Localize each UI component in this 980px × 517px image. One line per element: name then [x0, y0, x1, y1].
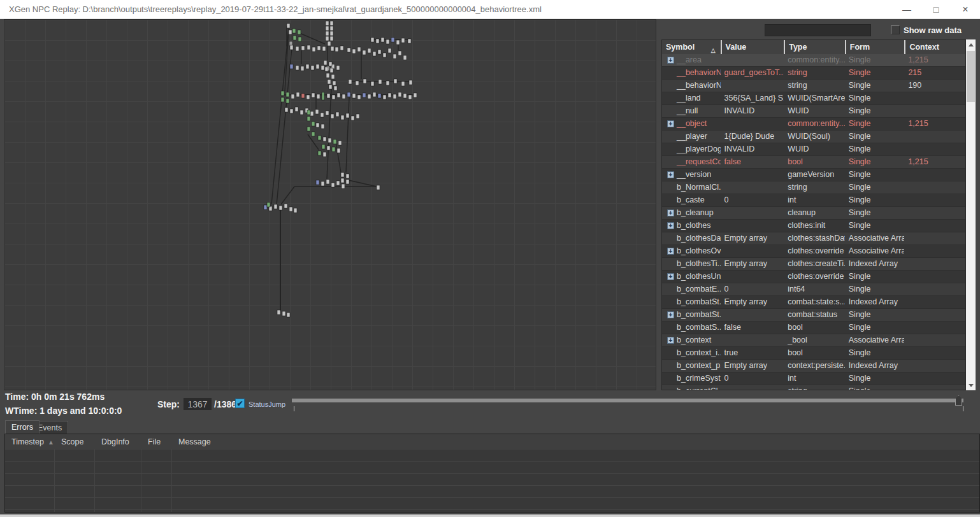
- window-title: XGen NPC Replay: D:\branch\outputs\treer…: [9, 4, 542, 14]
- column-header-file[interactable]: File: [141, 437, 172, 446]
- table-cell: [721, 271, 784, 283]
- table-row[interactable]: +__objectcommon:entity...Single1,215: [662, 118, 965, 131]
- table-row[interactable]: +__requestCo...falseboolSingle1,215: [662, 156, 965, 169]
- table-cell: _bool: [784, 334, 845, 346]
- table-row[interactable]: +b_clothesTi...Empty arrayclothes:create…: [662, 258, 965, 271]
- table-cell: cleanup: [784, 207, 845, 219]
- table-cell: [721, 80, 784, 92]
- table-cell: 1,215: [904, 54, 965, 66]
- table-cell: Empty array: [721, 360, 784, 372]
- tab-errors[interactable]: Errors: [5, 420, 40, 434]
- expander-icon[interactable]: +: [667, 273, 674, 280]
- column-header-dbginfo[interactable]: DbgInfo: [95, 437, 141, 446]
- table-row[interactable]: +b_clothesclothes:initSingle: [662, 220, 965, 232]
- table-row[interactable]: +__land356{SA_Land} S...WUID(SmartAre...…: [662, 92, 965, 105]
- statusjump-checkbox[interactable]: ✔: [235, 399, 245, 408]
- column-header-scope[interactable]: Scope: [55, 437, 95, 446]
- table-cell: Single: [845, 92, 905, 104]
- table-row[interactable]: +b_currentCl...stringSingle: [662, 385, 965, 390]
- step-total: /1386: [214, 399, 236, 409]
- table-cell: Associative Array: [845, 334, 905, 346]
- table-cell: [904, 169, 965, 181]
- table-cell: [721, 54, 784, 66]
- timeline-slider-handle[interactable]: [955, 395, 962, 406]
- table-row[interactable]: +b_clothesUn...clothes:overrideSingle: [662, 271, 965, 283]
- table-row[interactable]: +b_context_p...Empty arraycontext:persis…: [662, 360, 965, 372]
- table-cell: [904, 385, 965, 390]
- close-button[interactable]: ×: [951, 0, 980, 19]
- table-cell: +__behaviorN...: [662, 80, 721, 92]
- errors-table-cell: [55, 462, 95, 473]
- table-row[interactable]: +b_combatSt...Empty arraycombat:state:s.…: [662, 296, 965, 309]
- behavior-tree-canvas[interactable]: [4, 19, 656, 390]
- scroll-down-icon[interactable]: [966, 380, 976, 390]
- checkbox-icon[interactable]: [891, 25, 900, 34]
- table-cell: int: [784, 372, 845, 385]
- table-cell: +b_combatSt...: [662, 309, 721, 321]
- table-cell: bool: [784, 347, 845, 359]
- table-row[interactable]: +b_combatE...0int64Single: [662, 283, 965, 296]
- column-header-context[interactable]: Context: [904, 40, 965, 54]
- table-cell: 1{Dude} Dude: [721, 131, 784, 143]
- symbol-table: Symbol △ Value Type Form Context +__area…: [661, 39, 966, 390]
- show-raw-data-toggle[interactable]: Show raw data: [891, 25, 962, 35]
- show-raw-data-label: Show raw data: [904, 25, 962, 35]
- table-row[interactable]: +b_context_i...trueboolSingle: [662, 347, 965, 360]
- table-row[interactable]: +b_caste0intSingle: [662, 194, 965, 207]
- table-cell: gameVersion: [784, 169, 845, 181]
- table-cell: Single: [845, 207, 905, 219]
- expander-icon[interactable]: +: [667, 171, 674, 178]
- expander-icon[interactable]: +: [667, 311, 674, 318]
- scrollbar-thumb[interactable]: [967, 51, 975, 102]
- expander-icon[interactable]: +: [667, 337, 674, 344]
- column-header-form[interactable]: Form: [845, 40, 905, 54]
- scroll-up-icon[interactable]: [966, 39, 976, 50]
- table-row[interactable]: +__areacommon:entity...Single1,215: [662, 54, 965, 67]
- title-bar: XGen NPC Replay: D:\branch\outputs\treer…: [0, 0, 980, 19]
- table-cell: guard_goesToT...: [721, 67, 784, 79]
- table-row[interactable]: +__nullINVALIDWUIDSingle: [662, 105, 965, 118]
- column-header-message[interactable]: Message: [172, 437, 979, 446]
- table-row[interactable]: +__player1{Dude} DudeWUID(Soul)Single: [662, 131, 965, 143]
- vertical-scrollbar[interactable]: [966, 39, 976, 390]
- errors-table-row: [5, 473, 979, 485]
- table-row[interactable]: +b_NormalCl...stringSingle: [662, 181, 965, 194]
- table-cell: Associative Array: [845, 245, 905, 257]
- expander-icon[interactable]: +: [667, 120, 674, 127]
- maximize-button[interactable]: □: [921, 0, 951, 19]
- table-cell: +__null: [662, 105, 721, 117]
- table-row[interactable]: +b_clothesOv...clothes:overrideAssociati…: [662, 245, 965, 258]
- search-input[interactable]: [765, 24, 871, 36]
- column-header-type[interactable]: Type: [784, 40, 845, 54]
- expander-icon[interactable]: +: [667, 248, 674, 255]
- column-header-symbol[interactable]: Symbol △: [662, 40, 721, 54]
- table-cell: +b_clothesData: [662, 232, 721, 244]
- symbol-table-body: +__areacommon:entity...Single1,215+__beh…: [662, 54, 965, 390]
- table-row[interactable]: +__versiongameVersionSingle: [662, 169, 965, 181]
- step-input[interactable]: [184, 398, 212, 410]
- table-cell: string: [784, 67, 845, 79]
- table-row[interactable]: +__behaviorN...guard_goesToT...stringSin…: [662, 67, 965, 80]
- expander-icon[interactable]: +: [667, 222, 674, 229]
- table-row[interactable]: +b_clothesDataEmpty arrayclothes:stashDa…: [662, 232, 965, 245]
- table-cell: Single: [845, 283, 905, 295]
- table-row[interactable]: +b_context_boolAssociative Array: [662, 334, 965, 347]
- errors-table-row: [5, 461, 979, 473]
- table-cell: Single: [845, 372, 905, 385]
- column-header-value[interactable]: Value: [721, 40, 784, 54]
- table-row[interactable]: +__playerDogINVALIDWUIDSingle: [662, 143, 965, 156]
- table-cell: INVALID: [721, 143, 784, 155]
- errors-table-cell: [5, 486, 55, 497]
- minimize-button[interactable]: —: [892, 0, 921, 19]
- column-header-timestep[interactable]: Timestep▲: [5, 437, 55, 446]
- table-row[interactable]: +b_crimeSyst...0intSingle: [662, 372, 965, 385]
- table-row[interactable]: +__behaviorN...stringSingle190: [662, 80, 965, 92]
- log-tabbar: Errors Events: [0, 420, 980, 434]
- expander-icon[interactable]: +: [667, 57, 674, 64]
- timeline-slider-track[interactable]: [292, 399, 963, 402]
- table-row[interactable]: +b_combatSt...combat:statusSingle: [662, 309, 965, 322]
- table-cell: Single: [845, 67, 905, 79]
- expander-icon[interactable]: +: [667, 209, 674, 216]
- table-row[interactable]: +b_combatS...falseboolSingle: [662, 322, 965, 334]
- table-row[interactable]: +b_cleanupcleanupSingle: [662, 207, 965, 220]
